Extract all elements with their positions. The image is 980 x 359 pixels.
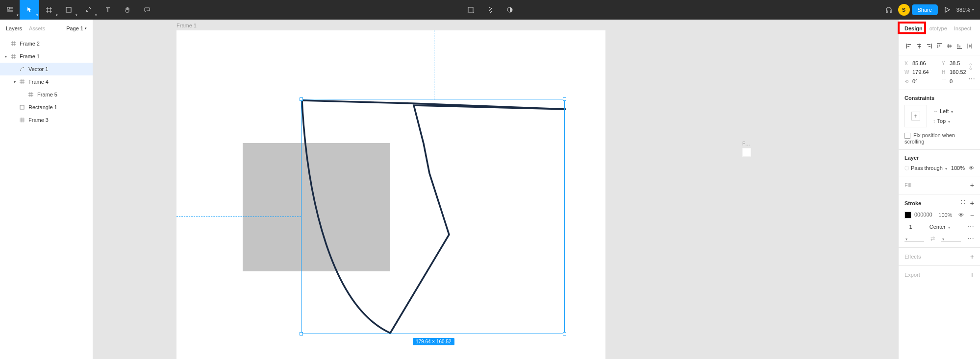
- rotation-icon: ⟲: [905, 79, 910, 84]
- alignment-section: [899, 37, 980, 55]
- radius-value: 0: [950, 78, 953, 84]
- x-value: 85.86: [912, 60, 926, 66]
- frame-tiny-label[interactable]: F…: [742, 141, 750, 146]
- layer-row-frame1[interactable]: ▾ Frame 1: [0, 50, 93, 63]
- distribute-button[interactable]: [965, 42, 974, 50]
- layer-label: Frame 2: [20, 41, 40, 47]
- component-tool-button[interactable]: [461, 0, 480, 20]
- rotation-value: 0°: [912, 78, 918, 84]
- tab-prototype[interactable]: ototype: [930, 25, 947, 31]
- remove-stroke-button[interactable]: −: [970, 211, 974, 219]
- w-label: W: [905, 70, 910, 75]
- layer-row-frame3[interactable]: Frame 3: [0, 114, 93, 126]
- svg-point-6: [961, 200, 962, 201]
- w-field[interactable]: W179.64: [905, 69, 937, 75]
- headphones-icon[interactable]: [881, 0, 896, 20]
- pen-tool-button[interactable]: ▾: [78, 0, 98, 20]
- page-selector-label: Page 1: [66, 25, 83, 31]
- tab-assets[interactable]: Assets: [29, 25, 45, 31]
- constraint-horizontal-select[interactable]: ↔Left: [933, 108, 953, 114]
- constrain-proportions-button[interactable]: [968, 63, 975, 70]
- add-export-button[interactable]: +: [970, 271, 974, 279]
- selection-box: [301, 99, 565, 334]
- align-left-button[interactable]: [905, 42, 913, 50]
- tab-layers[interactable]: Layers: [6, 25, 22, 31]
- x-field[interactable]: X85.86: [905, 60, 937, 66]
- stroke-advanced-button[interactable]: [967, 223, 974, 231]
- stroke-weight-value: 1: [909, 224, 912, 230]
- stroke-style-button[interactable]: [960, 199, 965, 207]
- layer-row-vector1[interactable]: Vector 1: [0, 63, 93, 75]
- stroke-visibility-toggle[interactable]: 👁: [958, 212, 964, 218]
- present-button[interactable]: [940, 0, 955, 20]
- constraints-title: Constraints: [905, 95, 974, 101]
- user-avatar[interactable]: S: [898, 4, 910, 16]
- main-menu-button[interactable]: ▾: [0, 0, 20, 20]
- zoom-selector[interactable]: 381% ▾: [956, 7, 974, 13]
- effects-title: Effects: [905, 254, 921, 260]
- frame-tiny-artboard[interactable]: [742, 148, 751, 157]
- constraint-h-value: Left: [940, 108, 949, 114]
- layer-opacity-field[interactable]: 100%: [951, 165, 965, 171]
- align-vcenter-button[interactable]: [945, 42, 954, 50]
- selection-handle-ne[interactable]: [563, 97, 566, 101]
- selection-handle-se[interactable]: [563, 332, 566, 335]
- h-label: H: [942, 70, 948, 75]
- layer-label: Frame 5: [37, 92, 57, 97]
- frame1-artboard[interactable]: 179.64 × 160.52: [176, 30, 605, 359]
- hand-tool-button[interactable]: [118, 0, 137, 20]
- w-value: 179.64: [912, 69, 929, 75]
- shape-tool-button[interactable]: ▾: [59, 0, 78, 20]
- more-transform-button[interactable]: [968, 75, 975, 83]
- layer-row-frame5[interactable]: Frame 5: [0, 88, 93, 101]
- avatar-letter: S: [902, 7, 905, 13]
- stroke-cap-end-select[interactable]: [941, 236, 961, 242]
- align-hcenter-button[interactable]: [915, 42, 924, 50]
- move-tool-button[interactable]: ▾: [20, 0, 39, 20]
- selection-handle-nw[interactable]: [300, 97, 303, 101]
- align-right-button[interactable]: [925, 42, 933, 50]
- align-bottom-button[interactable]: [955, 42, 964, 50]
- layer-visibility-toggle[interactable]: 👁: [969, 165, 974, 171]
- swap-caps-button[interactable]: ⇄: [930, 236, 935, 242]
- svg-point-4: [23, 67, 24, 68]
- checkbox-icon: [905, 133, 910, 139]
- align-top-button[interactable]: [935, 42, 944, 50]
- tab-inspect[interactable]: Inspect: [954, 25, 971, 31]
- rotation-field[interactable]: ⟲0°: [905, 78, 937, 84]
- design-tab-highlight-annotation: [898, 22, 926, 34]
- comment-tool-button[interactable]: [137, 0, 157, 20]
- text-tool-button[interactable]: [98, 0, 118, 20]
- stroke-weight-field[interactable]: ≡1: [905, 224, 912, 230]
- page-selector[interactable]: Page 1▾: [66, 25, 87, 31]
- stroke-color-field[interactable]: 000000: [905, 212, 932, 218]
- constraint-vertical-select[interactable]: ↕Top: [933, 118, 953, 124]
- add-stroke-button[interactable]: +: [970, 199, 974, 207]
- layer-row-frame2[interactable]: Frame 2: [0, 37, 93, 50]
- canvas-area[interactable]: Frame 1 179.64 × 160.52 F…: [93, 20, 898, 359]
- layer-row-rectangle1[interactable]: Rectangle 1: [0, 101, 93, 114]
- blend-mode-select[interactable]: ◌Pass through: [905, 165, 947, 171]
- share-button[interactable]: Share: [912, 4, 938, 15]
- fix-position-label: Fix position when scrolling: [905, 132, 955, 144]
- stroke-cap-start-select[interactable]: [905, 236, 924, 242]
- stroke-align-select[interactable]: Center: [930, 224, 950, 230]
- constraints-widget[interactable]: +: [905, 105, 927, 127]
- add-fill-button[interactable]: +: [970, 181, 974, 189]
- vector-icon: [19, 67, 25, 72]
- stroke-caps-more-button[interactable]: [967, 235, 974, 242]
- create-component-button[interactable]: [480, 0, 500, 20]
- frame-icon: [27, 92, 34, 97]
- frame-tool-button[interactable]: ▾: [39, 0, 59, 20]
- share-label: Share: [918, 7, 932, 13]
- fix-position-checkbox[interactable]: Fix position when scrolling: [905, 132, 974, 144]
- rectangle-icon: [19, 105, 25, 110]
- effects-section: Effects +: [899, 248, 980, 266]
- add-effect-button[interactable]: +: [970, 253, 974, 261]
- frame1-title[interactable]: Frame 1: [176, 23, 197, 28]
- stroke-opacity-field[interactable]: 100%: [938, 212, 952, 218]
- mask-tool-button[interactable]: [500, 0, 520, 20]
- selection-handle-sw[interactable]: [300, 332, 303, 335]
- layer-row-frame4[interactable]: ▾ Frame 4: [0, 75, 93, 88]
- top-toolbar: ▾ ▾ ▾ ▾ ▾ S Share: [0, 0, 980, 20]
